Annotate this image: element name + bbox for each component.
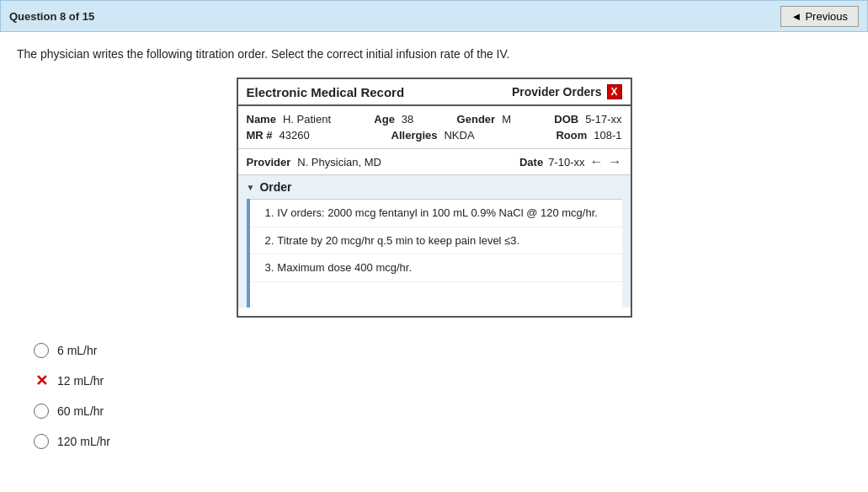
provider-orders-label: Provider Orders (512, 85, 602, 99)
order-item-3-text: Maximum dose 400 mcg/hr. (277, 259, 613, 276)
gender-value: M (502, 113, 511, 126)
order-item-1: 1. IV orders: 2000 mcg fentanyl in 100 m… (250, 200, 622, 227)
order-item-3-number: 3. (265, 259, 274, 276)
emr-card: Electronic Medical Record Provider Order… (237, 78, 632, 318)
answer-section: 6 mL/hr ✕ 12 mL/hr 60 mL/hr 120 mL/hr (17, 343, 851, 449)
order-header-label: Order (259, 180, 291, 194)
radio-button-1[interactable] (34, 343, 49, 358)
emr-title: Electronic Medical Record (247, 85, 405, 99)
dob-value: 5-17-xx (585, 113, 621, 126)
emr-header-right: Provider Orders X (512, 84, 622, 99)
patient-row-2: MR # 43260 Allergies NKDA Room 108-1 (247, 129, 622, 142)
prev-date-arrow[interactable]: ← (590, 154, 604, 169)
name-value: H. Patient (283, 113, 331, 126)
question-label: Question 8 of 15 (9, 10, 94, 23)
age-label: Age (374, 113, 395, 126)
date-value: 7-10-xx (548, 156, 584, 168)
answer-label-4: 120 mL/hr (57, 435, 110, 448)
emr-header: Electronic Medical Record Provider Order… (238, 79, 631, 106)
provider-value: N. Physician, MD (297, 156, 381, 168)
date-section: Date 7-10-xx ← → (519, 154, 622, 169)
age-value: 38 (402, 113, 413, 126)
incorrect-mark-icon: ✕ (34, 373, 49, 388)
patient-row-1: Name H. Patient Age 38 Gender M DOB 5-17… (247, 113, 622, 126)
order-item-2: 2. Titrate by 20 mcg/hr q.5 min to keep … (250, 227, 622, 255)
dob-label: DOB (554, 113, 578, 126)
order-triangle-icon: ▼ (247, 183, 255, 192)
order-item-2-number: 2. (265, 233, 274, 249)
room-label: Room (556, 129, 587, 142)
answer-label-3: 60 mL/hr (57, 404, 104, 418)
answer-option-3[interactable]: 60 mL/hr (34, 404, 834, 419)
order-header: ▼ Order (238, 175, 631, 199)
order-items: 1. IV orders: 2000 mcg fentanyl in 100 m… (250, 199, 622, 308)
gender-label: Gender (457, 113, 496, 126)
prev-arrow-icon: ◄ (791, 10, 802, 23)
prev-button-label: Previous (805, 10, 848, 23)
order-item-empty (250, 282, 622, 308)
answer-label-1: 6 mL/hr (57, 344, 97, 357)
mr-label: MR # (247, 129, 273, 142)
provider-label: Provider (247, 156, 291, 168)
order-item-3: 3. Maximum dose 400 mcg/hr. (250, 254, 622, 282)
header-bar: Question 8 of 15 ◄ Previous (0, 0, 868, 32)
main-content: The physician writes the following titra… (0, 32, 868, 479)
allergies-label: Allergies (391, 129, 438, 142)
allergies-value: NKDA (444, 129, 474, 142)
order-item-2-text: Titrate by 20 mcg/hr q.5 min to keep pai… (277, 233, 613, 249)
next-date-arrow[interactable]: → (609, 154, 622, 169)
question-text: The physician writes the following titra… (17, 47, 851, 61)
radio-button-4[interactable] (34, 434, 49, 449)
answer-label-2: 12 mL/hr (57, 374, 104, 388)
name-label: Name (247, 113, 276, 126)
previous-button[interactable]: ◄ Previous (780, 6, 859, 27)
date-label: Date (519, 156, 543, 168)
order-items-inner: 1. IV orders: 2000 mcg fentanyl in 100 m… (247, 199, 622, 308)
answer-option-2[interactable]: ✕ 12 mL/hr (34, 373, 834, 388)
order-item-1-text: IV orders: 2000 mcg fentanyl in 100 mL 0… (277, 205, 613, 222)
provider-row: Provider N. Physician, MD Date 7-10-xx ←… (238, 149, 631, 175)
patient-info: Name H. Patient Age 38 Gender M DOB 5-17… (238, 106, 631, 149)
mr-value: 43260 (280, 129, 310, 142)
room-value: 108-1 (594, 129, 621, 142)
answer-option-1[interactable]: 6 mL/hr (34, 343, 834, 358)
emr-wrapper: Electronic Medical Record Provider Order… (17, 78, 851, 318)
order-section: ▼ Order 1. IV orders: 2000 mcg fentanyl … (238, 175, 631, 308)
radio-button-3[interactable] (34, 404, 49, 419)
close-button[interactable]: X (607, 84, 622, 99)
order-item-1-number: 1. (265, 205, 274, 222)
answer-option-4[interactable]: 120 mL/hr (34, 434, 834, 449)
